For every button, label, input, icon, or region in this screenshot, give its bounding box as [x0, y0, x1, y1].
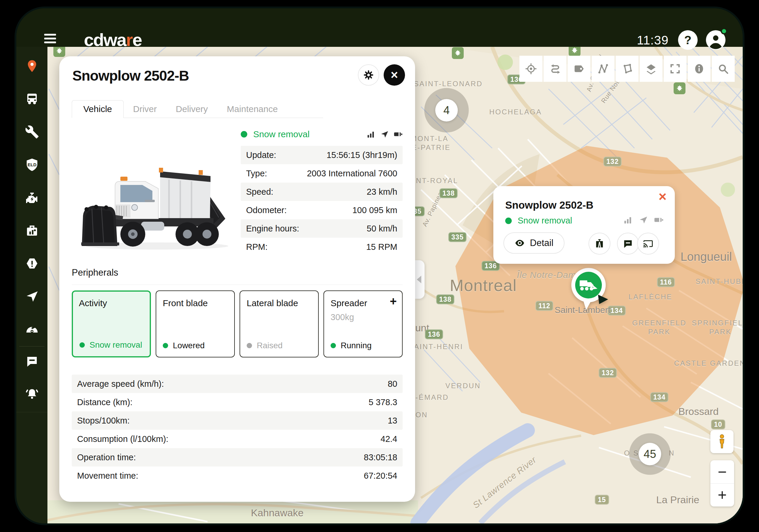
- map-label: GREENFIELD: [632, 319, 686, 327]
- table-row: Update:15:56:15 (3hr19m): [241, 146, 403, 164]
- divider: [72, 285, 403, 285]
- help-button[interactable]: ?: [678, 30, 698, 50]
- route-shield: 138: [439, 188, 458, 198]
- menu-button[interactable]: [44, 34, 56, 44]
- table-row: Distance (km):5 378.3: [72, 393, 403, 411]
- message-button[interactable]: [617, 233, 639, 254]
- map-label-montreal: Montreal: [450, 276, 517, 295]
- route-button[interactable]: [543, 56, 567, 82]
- polyline-button[interactable]: [591, 56, 615, 82]
- route-shield: 335: [448, 232, 466, 242]
- map-label-longueuil: Longueuil: [680, 250, 732, 263]
- cast-button[interactable]: [637, 233, 659, 254]
- vehicle-info-table: Update:15:56:15 (3hr19m) Type:2003 Inter…: [241, 146, 403, 256]
- close-panel-button[interactable]: ×: [384, 64, 405, 86]
- sidebar-item-reports[interactable]: [25, 223, 39, 238]
- sidebar-item-engine-diagnostics[interactable]: [25, 191, 39, 205]
- park-icon: [674, 82, 686, 94]
- heading-arrow-icon: [598, 295, 608, 304]
- layers-button[interactable]: [640, 56, 663, 82]
- detail-button-label: Detail: [530, 238, 553, 248]
- tab-maintenance[interactable]: Maintenance: [217, 100, 287, 118]
- park-icon: [452, 47, 464, 59]
- map-label: Kahnawake: [251, 507, 303, 519]
- sidebar-item-maintenance[interactable]: [25, 125, 39, 139]
- sidebar-item-messages[interactable]: [25, 355, 39, 369]
- pegman-icon: [715, 434, 729, 449]
- panel-tabs: Vehicle Driver Delivery Maintenance: [72, 100, 323, 118]
- sidebar-item-alerts[interactable]: [25, 256, 39, 271]
- svg-text:ELD: ELD: [27, 162, 36, 167]
- locate-button[interactable]: [519, 56, 542, 82]
- tag-button[interactable]: [568, 56, 591, 82]
- page-title: Snowplow 2502-B: [72, 68, 189, 84]
- peripheral-card-lateral-blade[interactable]: Lateral blade Raised: [240, 290, 319, 358]
- app-screen: MERCIER-OUEST SAINT-LEONARD ROSEMONT-LA …: [16, 8, 743, 523]
- signal-icon: [367, 130, 375, 139]
- peripheral-card-front-blade[interactable]: Front blade Lowered: [156, 290, 235, 358]
- peripheral-card-activity[interactable]: Activity Snow removal: [72, 290, 151, 358]
- peripheral-card-spreader[interactable]: Spreader + 300kg Running: [323, 290, 403, 358]
- app-logo: cdware: [84, 30, 142, 50]
- route-shield: 112: [536, 301, 553, 311]
- settings-button[interactable]: [358, 64, 379, 86]
- zoom-out-button[interactable]: −: [710, 460, 734, 484]
- clock: 11:39: [637, 33, 668, 48]
- map-label: SAINT-HENRI: [408, 343, 463, 351]
- vehicle-marker[interactable]: [565, 261, 612, 313]
- sidebar-item-eld[interactable]: ELD: [25, 158, 39, 172]
- route-history-button[interactable]: [588, 233, 611, 254]
- gps-icon: [380, 130, 389, 139]
- popup-close-button[interactable]: ×: [659, 188, 666, 205]
- vehicle-cluster[interactable]: 4: [435, 99, 458, 122]
- question-icon: ?: [684, 33, 692, 47]
- table-row: Operation time:83:05:18: [72, 448, 403, 467]
- popup-title: Snowplow 2502-B: [505, 199, 594, 211]
- map-label: LAFLÈCHE: [628, 293, 672, 301]
- gear-icon: [363, 69, 375, 81]
- sidebar-footer: [16, 412, 48, 523]
- table-row: Stops/100km:13: [72, 411, 403, 430]
- chevron-left-icon: [417, 276, 421, 283]
- device-frame: MERCIER-OUEST SAINT-LEONARD ROSEMONT-LA …: [0, 0, 759, 532]
- search-button[interactable]: [711, 56, 735, 82]
- zoom-in-button[interactable]: +: [710, 484, 734, 507]
- chat-icon: [623, 239, 633, 249]
- tab-delivery[interactable]: Delivery: [166, 100, 217, 118]
- gps-icon: [639, 215, 648, 225]
- map-label: PARK: [709, 328, 732, 336]
- status-dot: [241, 131, 247, 137]
- spreader-add-button[interactable]: +: [390, 295, 397, 308]
- sidebar-item-dashboard[interactable]: [25, 322, 39, 336]
- top-bar: cdware 11:39 ?: [16, 8, 743, 47]
- table-row: Odometer:100 095 km: [241, 201, 403, 219]
- panel-collapse-handle[interactable]: [415, 260, 424, 299]
- table-row: RPM:15 RPM: [241, 238, 403, 256]
- signal-icon: [623, 215, 633, 225]
- map-label: CASTLE GARDENS: [674, 359, 743, 367]
- sidebar-item-dispatch[interactable]: [25, 289, 39, 303]
- zoom-control: − +: [710, 460, 734, 507]
- street-view-pegman[interactable]: [710, 430, 734, 453]
- tab-driver[interactable]: Driver: [124, 100, 166, 118]
- route-shield: 132: [599, 368, 617, 378]
- route-shield: 138: [436, 295, 454, 304]
- vehicle-cluster[interactable]: 45: [639, 443, 661, 465]
- fullscreen-button[interactable]: [663, 56, 687, 82]
- table-row: Speed:23 km/h: [241, 183, 403, 201]
- status-dot: [505, 217, 512, 224]
- sidebar-item-notifications[interactable]: [25, 387, 39, 401]
- battery-icon: [654, 215, 663, 225]
- close-icon: ×: [391, 68, 398, 82]
- sidebar-item-locations[interactable]: [25, 59, 39, 73]
- highway-icon: [594, 239, 605, 249]
- sidebar-item-vehicles[interactable]: [25, 92, 39, 106]
- popup-status-label: Snow removal: [518, 216, 572, 226]
- map-label: VERDUN: [445, 382, 481, 390]
- detail-button[interactable]: Detail: [503, 232, 565, 254]
- polygon-button[interactable]: [616, 56, 639, 82]
- peripherals-heading: Peripherals: [72, 267, 118, 278]
- tab-vehicle[interactable]: Vehicle: [72, 100, 124, 118]
- info-button[interactable]: [688, 56, 711, 82]
- map-label: HOCHELAGA: [489, 108, 542, 116]
